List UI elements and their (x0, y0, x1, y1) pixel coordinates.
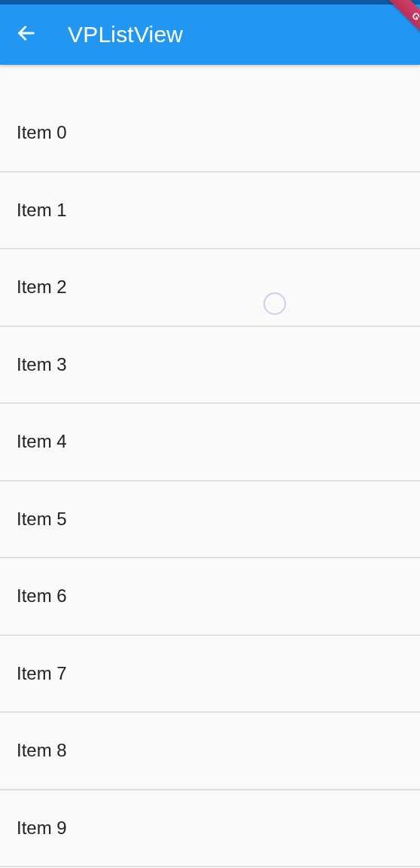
list-item[interactable]: Item 0 (0, 95, 420, 173)
list-item[interactable]: Item 4 (0, 404, 420, 481)
list-item[interactable]: Item 2 (0, 249, 420, 327)
back-button[interactable] (15, 23, 38, 46)
app-bar: VPListView (0, 5, 420, 65)
list-item-label: Item 8 (17, 740, 67, 761)
list-item[interactable]: Item 1 (0, 173, 420, 250)
list-item-label: Item 7 (17, 663, 67, 684)
list-item[interactable]: Item 9 (0, 790, 420, 868)
list-item-label: Item 6 (17, 585, 67, 607)
list-item-label: Item 0 (17, 122, 67, 143)
list-item-label: Item 9 (17, 818, 67, 839)
list-item-label: Item 3 (17, 354, 67, 375)
list-item-label: Item 2 (17, 277, 67, 298)
list-item-label: Item 1 (17, 200, 67, 221)
list-item[interactable]: Item 8 (0, 713, 420, 790)
list-view[interactable]: Item 0 Item 1 Item 2 Item 3 Item 4 Item … (0, 65, 420, 867)
list-item[interactable]: Item 7 (0, 636, 420, 714)
list-item-label: Item 4 (17, 431, 67, 452)
arrow-left-icon (16, 23, 37, 47)
list-item[interactable]: Item 6 (0, 558, 420, 636)
list-item-label: Item 5 (17, 509, 67, 530)
list-item[interactable]: Item 3 (0, 327, 420, 405)
page-title: VPListView (68, 22, 183, 47)
list-item[interactable]: Item 5 (0, 481, 420, 559)
debug-banner-label: G (410, 11, 420, 23)
